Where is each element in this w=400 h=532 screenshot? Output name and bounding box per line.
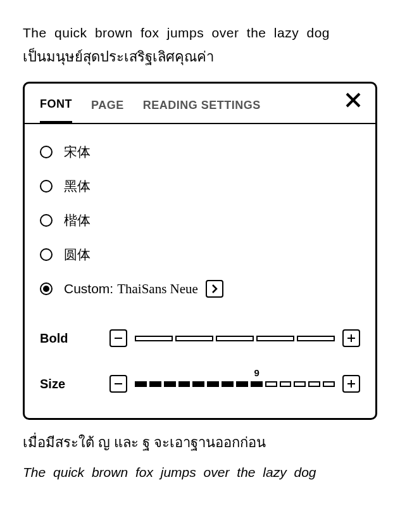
radio-icon xyxy=(40,180,53,193)
slider-segment xyxy=(308,381,320,387)
tab-font[interactable]: FONT xyxy=(40,98,72,124)
radio-icon xyxy=(40,146,53,158)
font-option-label: 圆体 xyxy=(64,246,91,263)
slider-segment xyxy=(192,381,204,387)
size-increase-button[interactable] xyxy=(342,375,360,393)
custom-font-picker-button[interactable] xyxy=(206,280,223,298)
custom-font-label: Custom: xyxy=(64,281,113,296)
font-option-0[interactable]: 宋体 xyxy=(40,143,360,161)
slider-segment xyxy=(149,381,161,387)
plus-icon xyxy=(347,379,356,388)
tab-reading-settings[interactable]: READING SETTINGS xyxy=(143,99,261,122)
bold-slider-track[interactable] xyxy=(135,336,335,341)
font-option-label: 楷体 xyxy=(64,212,91,229)
bold-increase-button[interactable] xyxy=(342,329,360,347)
minus-icon xyxy=(114,379,123,388)
slider-segment xyxy=(294,381,306,387)
slider-segment xyxy=(265,381,277,387)
minus-icon xyxy=(114,334,123,343)
slider-segment xyxy=(175,336,213,341)
bold-label: Bold xyxy=(40,331,109,346)
slider-segment xyxy=(297,336,335,341)
close-icon xyxy=(345,92,361,108)
font-option-label: 宋体 xyxy=(64,143,91,161)
slider-segment xyxy=(135,336,173,341)
close-button[interactable] xyxy=(345,91,361,111)
size-decrease-button[interactable] xyxy=(109,375,127,393)
slider-segment xyxy=(164,381,176,387)
font-option-custom[interactable]: Custom: ThaiSans Neue xyxy=(40,280,360,298)
slider-segment xyxy=(207,381,219,387)
slider-section: Bold Size 9 xyxy=(25,329,375,418)
font-option-2[interactable]: 楷体 xyxy=(40,212,360,229)
slider-segment xyxy=(135,381,147,387)
font-settings-panel: FONT PAGE READING SETTINGS 宋体 黑体 楷体 圆体 C… xyxy=(23,82,377,420)
radio-icon-selected xyxy=(40,282,53,295)
font-option-label: 黑体 xyxy=(64,177,91,195)
slider-segment xyxy=(222,381,234,387)
chevron-right-icon xyxy=(211,284,218,293)
radio-icon xyxy=(40,214,53,227)
size-slider-row: Size 9 xyxy=(40,375,360,393)
font-option-1[interactable]: 黑体 xyxy=(40,177,360,195)
font-options: 宋体 黑体 楷体 圆体 Custom: ThaiSans Neue xyxy=(25,124,375,329)
sample-text-thai: เมื่อมีสระใต้ ญ และ ฐ จะเอาฐานออกก่อน xyxy=(23,431,377,453)
tab-page[interactable]: PAGE xyxy=(91,99,124,122)
size-label: Size xyxy=(40,377,109,391)
font-option-3[interactable]: 圆体 xyxy=(40,246,360,263)
slider-segment xyxy=(178,381,191,387)
radio-icon xyxy=(40,248,53,261)
custom-font-value: ThaiSans Neue xyxy=(117,281,198,297)
size-value-indicator: 9 xyxy=(254,367,259,378)
size-slider-track[interactable]: 9 xyxy=(135,381,335,387)
slider-segment xyxy=(216,336,254,341)
slider-segment xyxy=(251,381,263,387)
slider-segment xyxy=(280,381,292,387)
tab-bar: FONT PAGE READING SETTINGS xyxy=(25,84,375,124)
plus-icon xyxy=(347,334,356,343)
preview-line-english: The quick brown fox jumps over the lazy … xyxy=(23,25,377,41)
slider-segment xyxy=(323,381,335,387)
slider-segment xyxy=(256,336,294,341)
preview-line-thai: เป็นมนุษย์สุดประเสริฐเลิศคุณค่า xyxy=(23,46,377,68)
sample-text-english-italic: The quick brown fox jumps over the lazy … xyxy=(23,465,377,480)
slider-segment xyxy=(236,381,248,387)
bold-slider-row: Bold xyxy=(40,329,360,347)
bold-decrease-button[interactable] xyxy=(109,329,127,347)
